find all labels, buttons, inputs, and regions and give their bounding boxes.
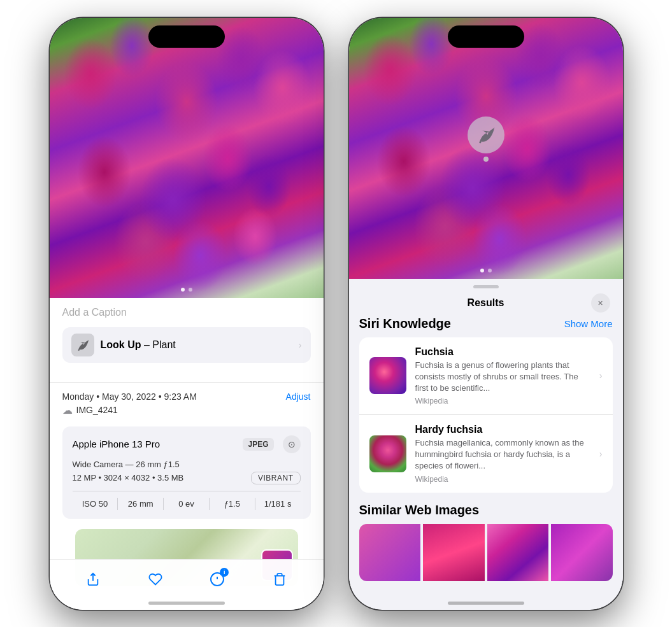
knowledge-item-fuchsia[interactable]: Fuchsia Fuchsia is a genus of flowering … (359, 337, 613, 416)
info-button[interactable]: i (203, 565, 231, 593)
siri-knowledge-header: Siri Knowledge Show More (359, 316, 613, 331)
vibrant-badge: VIBRANT (251, 472, 301, 484)
web-image-2[interactable] (423, 524, 485, 581)
close-button[interactable]: × (591, 293, 610, 313)
hardy-fuchsia-source: Wikipedia (415, 475, 590, 484)
caption-placeholder[interactable]: Add a Caption (62, 307, 311, 318)
results-header: Results × (349, 293, 623, 316)
exif-aperture: ƒ1.5 (210, 498, 255, 510)
right-page-dot-2 (488, 269, 492, 272)
close-icon: × (597, 298, 603, 308)
exif-row: ISO 50 26 mm 0 ev ƒ1.5 1/181 s (73, 491, 301, 510)
knowledge-item-hardy[interactable]: Hardy fuchsia Fuchsia magellanica, commo… (359, 415, 613, 493)
web-image-4[interactable] (551, 524, 613, 581)
cloud-icon: ☁ (62, 404, 73, 416)
left-phone: Add a Caption Look Up – Plant › Mond (50, 18, 324, 610)
adjust-button[interactable]: Adjust (286, 391, 311, 402)
hardy-fuchsia-name: Hardy fuchsia (415, 424, 590, 435)
web-images-section: Similar Web Images (359, 503, 613, 581)
hardy-fuchsia-description: Fuchsia magellanica, commonly known as t… (415, 437, 590, 472)
panel-handle (473, 285, 499, 288)
results-scroll[interactable]: Siri Knowledge Show More Fuchsia Fuchsia… (349, 316, 623, 581)
visual-lookup-button[interactable] (468, 116, 504, 153)
camera-info-box: Apple iPhone 13 Pro JPEG ⊙ Wide Camera —… (62, 426, 311, 519)
mp-row: 12 MP • 3024 × 4032 • 3.5 MB VIBRANT (73, 472, 301, 484)
web-images-row (359, 524, 613, 581)
left-screen: Add a Caption Look Up – Plant › Mond (50, 18, 324, 610)
right-screen: Results × Siri Knowledge Show More Fuc (349, 18, 623, 610)
siri-knowledge-title: Siri Knowledge (359, 316, 451, 331)
jpeg-badge: JPEG (243, 438, 273, 451)
fuchsia-text: Fuchsia Fuchsia is a genus of flowering … (415, 346, 590, 406)
fuchsia-description: Fuchsia is a genus of flowering plants t… (415, 360, 590, 395)
fuchsia-source: Wikipedia (415, 397, 590, 405)
exif-shutter: 1/181 s (255, 498, 301, 510)
filename-row: ☁ IMG_4241 (62, 404, 311, 416)
fuchsia-thumbnail (369, 357, 406, 394)
lookup-row[interactable]: Look Up – Plant › (62, 327, 311, 363)
right-photo-area (349, 18, 623, 279)
exif-iso: ISO 50 (73, 498, 118, 510)
fuchsia-chevron-icon: › (599, 370, 603, 381)
caption-section: Add a Caption Look Up – Plant › (50, 298, 324, 382)
page-dot-2 (189, 288, 192, 292)
photo-area[interactable] (50, 18, 324, 298)
lens-text: Wide Camera — 26 mm ƒ1.5 (73, 460, 301, 469)
web-image-3[interactable] (487, 524, 549, 581)
results-panel: Results × Siri Knowledge Show More Fuc (349, 279, 623, 581)
mp-text: 12 MP • 3024 × 4032 • 3.5 MB (73, 473, 184, 483)
right-dynamic-island (448, 25, 524, 48)
lookup-chevron-icon: › (299, 340, 302, 350)
lookup-dash: – (144, 339, 152, 350)
exif-focal: 26 mm (118, 498, 164, 510)
knowledge-card: Fuchsia Fuchsia is a genus of flowering … (359, 337, 613, 493)
filename-text: IMG_4241 (76, 405, 118, 415)
visual-lookup-leaf-icon (476, 125, 496, 145)
results-title: Results (468, 297, 504, 309)
hardy-chevron-icon: › (599, 449, 603, 459)
right-phone: Results × Siri Knowledge Show More Fuc (349, 18, 623, 610)
lookup-type: Plant (152, 339, 175, 350)
lookup-label: Look Up – Plant (101, 339, 176, 351)
dynamic-island (148, 25, 225, 48)
home-bar (148, 602, 225, 605)
page-dot-1 (181, 288, 185, 292)
visual-lookup-dot (483, 157, 489, 162)
date-text: Monday • May 30, 2022 • 9:23 AM (62, 391, 197, 402)
right-home-bar (448, 602, 524, 605)
exif-ev: 0 ev (164, 498, 210, 510)
show-more-button[interactable]: Show More (564, 318, 613, 329)
page-dots (181, 288, 192, 292)
camera-model-row: Apple iPhone 13 Pro JPEG ⊙ (73, 435, 301, 453)
like-button[interactable] (141, 565, 169, 593)
hardy-fuchsia-text: Hardy fuchsia Fuchsia magellanica, commo… (415, 424, 590, 484)
share-button[interactable] (79, 565, 107, 593)
leaf-icon (76, 338, 90, 352)
date-row: Monday • May 30, 2022 • 9:23 AM Adjust (62, 391, 311, 402)
web-images-title: Similar Web Images (359, 503, 613, 518)
fuchsia-name: Fuchsia (415, 346, 590, 358)
info-badge: i (220, 568, 229, 577)
settings-icon[interactable]: ⊙ (283, 435, 301, 453)
lookup-icon (71, 334, 94, 356)
hardy-fuchsia-thumbnail (369, 435, 406, 472)
right-page-dot-1 (480, 269, 484, 272)
delete-button[interactable] (266, 565, 294, 593)
web-image-1[interactable] (359, 524, 421, 581)
right-page-dots (480, 269, 492, 272)
camera-model: Apple iPhone 13 Pro (73, 439, 161, 449)
